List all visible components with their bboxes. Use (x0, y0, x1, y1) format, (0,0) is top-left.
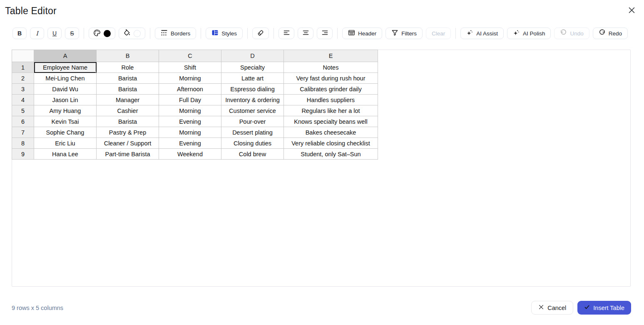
cell-A7[interactable]: Sophie Chang (34, 127, 97, 138)
cell-B5[interactable]: Cashier (97, 105, 159, 116)
cell-B2[interactable]: Barista (97, 73, 159, 84)
bold-button[interactable]: B (12, 28, 27, 39)
cancel-x-icon (538, 304, 544, 311)
align-group (278, 28, 333, 39)
cell-A9[interactable]: Hana Lee (34, 149, 97, 160)
cell-E9[interactable]: Student, only Sat–Sun (284, 149, 378, 160)
cell-E6[interactable]: Knows specialty beans well (284, 116, 378, 127)
header-button[interactable]: Header (342, 28, 382, 39)
cell-E1[interactable]: Notes (284, 62, 378, 73)
column-header-E[interactable]: E (284, 50, 378, 62)
cell-E4[interactable]: Handles suppliers (284, 95, 378, 105)
filters-button[interactable]: Filters (385, 28, 423, 39)
sheet-corner-cell[interactable] (12, 50, 34, 62)
column-header-A[interactable]: A (34, 50, 97, 62)
row-header-4[interactable]: 4 (12, 95, 34, 105)
cell-B9[interactable]: Part-time Barista (97, 149, 159, 160)
text-color-button[interactable] (89, 28, 115, 39)
page-title: Table Editor (5, 5, 57, 17)
cell-E2[interactable]: Very fast during rush hour (284, 73, 378, 84)
cell-D9[interactable]: Cold brew (221, 149, 284, 160)
row-header-3[interactable]: 3 (12, 84, 34, 95)
cell-A3[interactable]: David Wu (34, 84, 97, 95)
cell-B4[interactable]: Manager (97, 95, 159, 105)
fill-color-button[interactable] (119, 28, 145, 39)
row-header-7[interactable]: 7 (12, 127, 34, 138)
text-color-swatch (104, 30, 111, 37)
eraser-icon (257, 29, 264, 38)
clear-button[interactable]: Clear (426, 28, 451, 39)
cell-D4[interactable]: Inventory & ordering (221, 95, 284, 105)
column-header-C[interactable]: C (159, 50, 221, 62)
row-header-1[interactable]: 1 (12, 62, 34, 73)
ai-polish-button[interactable]: AI Polish (507, 28, 551, 39)
align-center-button[interactable] (298, 28, 313, 39)
borders-button[interactable]: Borders (155, 28, 196, 39)
styles-button[interactable]: Styles (206, 28, 243, 39)
row-header-6[interactable]: 6 (12, 116, 34, 127)
cell-E8[interactable]: Very reliable closing checklist (284, 138, 378, 149)
undo-label: Undo (570, 30, 583, 37)
cell-D7[interactable]: Dessert plating (221, 127, 284, 138)
cell-D1[interactable]: Specialty (221, 62, 284, 73)
borders-label: Borders (171, 30, 190, 37)
cell-C9[interactable]: Weekend (159, 149, 221, 160)
cell-D8[interactable]: Closing duties (221, 138, 284, 149)
cell-C8[interactable]: Evening (159, 138, 221, 149)
undo-button[interactable]: Undo (554, 28, 589, 39)
cell-E3[interactable]: Calibrates grinder daily (284, 84, 378, 95)
sheet-body: 1Employee NameRoleShiftSpecialtyNotes2Me… (12, 62, 378, 160)
column-header-D[interactable]: D (221, 50, 284, 62)
cell-C3[interactable]: Afternoon (159, 84, 221, 95)
cancel-label: Cancel (547, 305, 566, 311)
align-right-icon (321, 29, 328, 38)
ai-history-group: AI Assist AI Polish Undo (460, 28, 628, 39)
cell-D3[interactable]: Espresso dialing (221, 84, 284, 95)
row-header-5[interactable]: 5 (12, 105, 34, 116)
cell-B3[interactable]: Barista (97, 84, 159, 95)
cell-D5[interactable]: Customer service (221, 105, 284, 116)
cell-A4[interactable]: Jason Lin (34, 95, 97, 105)
strikethrough-button[interactable]: S (65, 28, 79, 39)
cell-C7[interactable]: Morning (159, 127, 221, 138)
cell-A6[interactable]: Kevin Tsai (34, 116, 97, 127)
cell-D2[interactable]: Latte art (221, 73, 284, 84)
underline-button[interactable]: U (47, 28, 62, 39)
close-button[interactable] (626, 5, 637, 17)
palette-icon (93, 29, 101, 38)
toolbar-separator (337, 28, 338, 39)
cell-C4[interactable]: Full Day (159, 95, 221, 105)
align-right-button[interactable] (317, 28, 333, 39)
cell-B7[interactable]: Pastry & Prep (97, 127, 159, 138)
row-header-2[interactable]: 2 (12, 73, 34, 84)
cell-A5[interactable]: Amy Huang (34, 105, 97, 116)
sparkle-icon (513, 29, 520, 38)
cancel-button[interactable]: Cancel (531, 301, 573, 315)
align-left-button[interactable] (278, 28, 294, 39)
cell-C6[interactable]: Evening (159, 116, 221, 127)
toolbar-separator (201, 28, 201, 39)
cell-E7[interactable]: Bakes cheesecake (284, 127, 378, 138)
italic-button[interactable]: I (30, 28, 44, 39)
cell-B8[interactable]: Cleaner / Support (97, 138, 159, 149)
fill-handle[interactable] (95, 72, 97, 73)
column-header-B[interactable]: B (97, 50, 159, 62)
cell-B6[interactable]: Barista (97, 116, 159, 127)
insert-table-button[interactable]: Insert Table (577, 301, 631, 315)
ai-assist-button[interactable]: AI Assist (460, 28, 504, 39)
redo-button[interactable]: Redo (593, 28, 628, 39)
eraser-button[interactable] (252, 28, 269, 39)
cell-C1[interactable]: Shift (159, 62, 221, 73)
cell-C5[interactable]: Morning (159, 105, 221, 116)
cell-B1[interactable]: Role (97, 62, 159, 73)
row-header-9[interactable]: 9 (12, 149, 34, 160)
checkmark-icon (584, 304, 590, 311)
cell-A2[interactable]: Mei-Ling Chen (34, 73, 97, 84)
cell-E5[interactable]: Regulars like her a lot (284, 105, 378, 116)
row-header-8[interactable]: 8 (12, 138, 34, 149)
clear-label: Clear (432, 30, 445, 37)
cell-A8[interactable]: Eric Liu (34, 138, 97, 149)
cell-D6[interactable]: Pour-over (221, 116, 284, 127)
cell-A1[interactable]: Employee Name (34, 62, 97, 73)
cell-C2[interactable]: Morning (159, 73, 221, 84)
